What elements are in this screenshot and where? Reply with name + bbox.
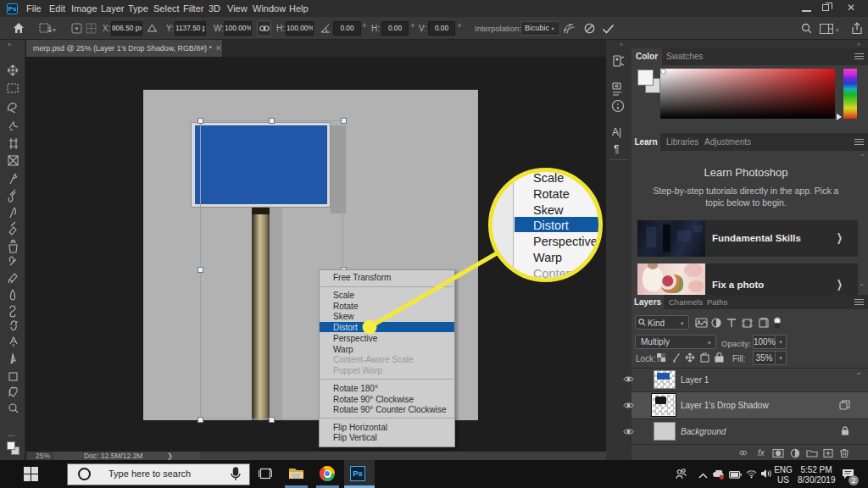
svg-text:fx: fx [758,448,765,458]
